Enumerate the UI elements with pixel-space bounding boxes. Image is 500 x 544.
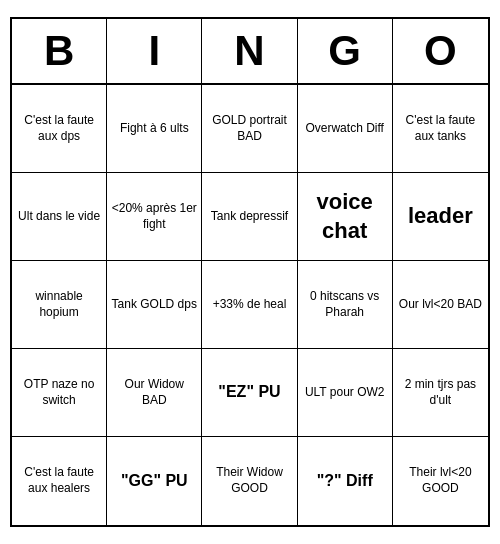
bingo-cell-11: Tank GOLD dps <box>107 261 202 349</box>
bingo-cell-text-12: +33% de heal <box>213 297 287 313</box>
bingo-cell-16: Our Widow BAD <box>107 349 202 437</box>
bingo-cell-21: "GG" PU <box>107 437 202 525</box>
bingo-cell-0: C'est la faute aux dps <box>12 85 107 173</box>
bingo-cell-12: +33% de heal <box>202 261 297 349</box>
bingo-letter-b: B <box>12 19 107 83</box>
bingo-cell-20: C'est la faute aux healers <box>12 437 107 525</box>
bingo-cell-text-3: Overwatch Diff <box>305 121 383 137</box>
bingo-cell-13: 0 hitscans vs Pharah <box>298 261 393 349</box>
bingo-cell-1: Fight à 6 ults <box>107 85 202 173</box>
bingo-card: BINGO C'est la faute aux dpsFight à 6 ul… <box>10 17 490 527</box>
bingo-cell-text-6: <20% après 1er fight <box>111 201 197 232</box>
bingo-cell-text-8: voice chat <box>302 188 388 245</box>
bingo-cell-text-5: Ult dans le vide <box>18 209 100 225</box>
bingo-letter-i: I <box>107 19 202 83</box>
bingo-cell-8: voice chat <box>298 173 393 261</box>
bingo-cell-text-15: OTP naze no switch <box>16 377 102 408</box>
bingo-cell-2: GOLD portrait BAD <box>202 85 297 173</box>
bingo-cell-text-16: Our Widow BAD <box>111 377 197 408</box>
bingo-cell-5: Ult dans le vide <box>12 173 107 261</box>
bingo-cell-text-7: Tank depressif <box>211 209 288 225</box>
bingo-letter-g: G <box>298 19 393 83</box>
bingo-cell-text-0: C'est la faute aux dps <box>16 113 102 144</box>
bingo-cell-10: winnable hopium <box>12 261 107 349</box>
bingo-cell-text-4: C'est la faute aux tanks <box>397 113 484 144</box>
bingo-cell-text-13: 0 hitscans vs Pharah <box>302 289 388 320</box>
bingo-grid: C'est la faute aux dpsFight à 6 ultsGOLD… <box>12 85 488 525</box>
bingo-cell-text-23: "?" Diff <box>317 471 373 492</box>
bingo-cell-text-19: 2 min tjrs pas d'ult <box>397 377 484 408</box>
bingo-cell-text-18: ULT pour OW2 <box>305 385 385 401</box>
bingo-cell-3: Overwatch Diff <box>298 85 393 173</box>
bingo-letter-o: O <box>393 19 488 83</box>
bingo-cell-23: "?" Diff <box>298 437 393 525</box>
bingo-cell-18: ULT pour OW2 <box>298 349 393 437</box>
bingo-cell-9: leader <box>393 173 488 261</box>
bingo-cell-22: Their Widow GOOD <box>202 437 297 525</box>
bingo-cell-text-22: Their Widow GOOD <box>206 465 292 496</box>
bingo-cell-text-9: leader <box>408 202 473 231</box>
bingo-cell-text-10: winnable hopium <box>16 289 102 320</box>
bingo-cell-text-24: Their lvl<20 GOOD <box>397 465 484 496</box>
bingo-cell-text-1: Fight à 6 ults <box>120 121 189 137</box>
bingo-cell-15: OTP naze no switch <box>12 349 107 437</box>
bingo-cell-6: <20% après 1er fight <box>107 173 202 261</box>
bingo-header: BINGO <box>12 19 488 85</box>
bingo-cell-19: 2 min tjrs pas d'ult <box>393 349 488 437</box>
bingo-cell-14: Our lvl<20 BAD <box>393 261 488 349</box>
bingo-cell-4: C'est la faute aux tanks <box>393 85 488 173</box>
bingo-cell-17: "EZ" PU <box>202 349 297 437</box>
bingo-cell-text-20: C'est la faute aux healers <box>16 465 102 496</box>
bingo-cell-text-14: Our lvl<20 BAD <box>399 297 482 313</box>
bingo-cell-text-11: Tank GOLD dps <box>112 297 197 313</box>
bingo-cell-7: Tank depressif <box>202 173 297 261</box>
bingo-cell-text-2: GOLD portrait BAD <box>206 113 292 144</box>
bingo-letter-n: N <box>202 19 297 83</box>
bingo-cell-text-17: "EZ" PU <box>218 382 280 403</box>
bingo-cell-24: Their lvl<20 GOOD <box>393 437 488 525</box>
bingo-cell-text-21: "GG" PU <box>121 471 188 492</box>
